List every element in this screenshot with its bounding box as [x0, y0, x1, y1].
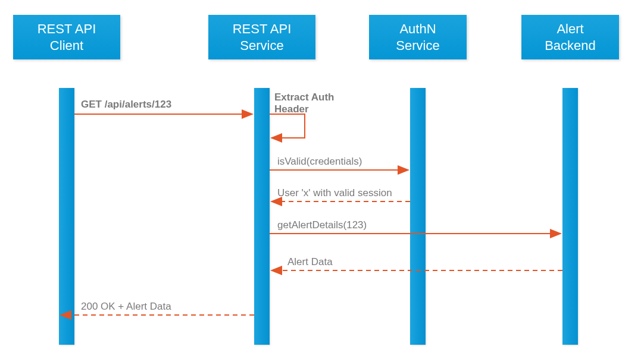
message-200-ok: 200 OK + Alert Data [81, 301, 171, 313]
lifeline-authn-service [410, 88, 426, 345]
message-extract-auth-header: Extract Auth Header [274, 92, 334, 115]
message-getalertdetails: getAlertDetails(123) [277, 219, 367, 231]
participant-rest-api-service: REST API Service [208, 15, 315, 59]
participant-rest-api-client: REST API Client [13, 15, 120, 59]
participant-label: AuthN Service [396, 21, 439, 53]
participant-alert-backend: Alert Backend [521, 15, 619, 59]
message-get-alerts: GET /api/alerts/123 [81, 99, 171, 111]
lifeline-rest-api-service [254, 88, 270, 345]
participant-label: Alert Backend [545, 21, 596, 53]
lifeline-alert-backend [562, 88, 578, 345]
message-user-valid-session: User 'x' with valid session [277, 187, 392, 199]
participant-authn-service: AuthN Service [369, 15, 467, 59]
participant-label: REST API Service [233, 21, 292, 53]
participant-label: REST API Client [37, 21, 96, 53]
message-alert-data: Alert Data [287, 256, 333, 268]
message-isvalid: isValid(credentials) [277, 156, 362, 168]
lifeline-rest-api-client [59, 88, 74, 345]
